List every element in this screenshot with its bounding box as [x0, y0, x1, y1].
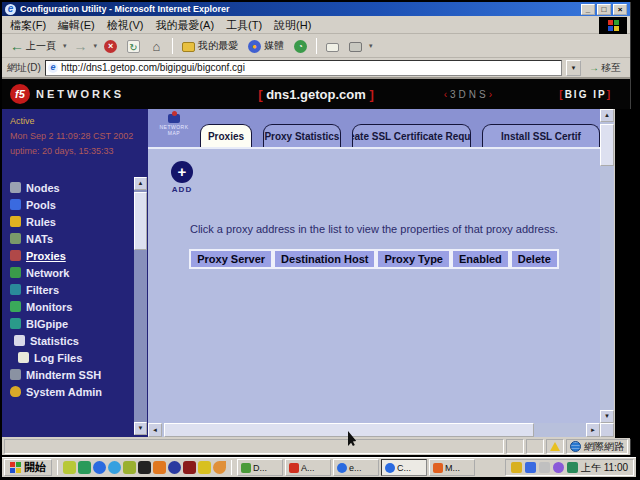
sidebar-scrollbar[interactable]: ▲ ▼ — [134, 177, 147, 435]
sidebar-item-bigpipe[interactable]: BIGpipe — [10, 315, 132, 332]
warning-icon — [550, 442, 560, 451]
hostname: [ dns1.getop.com ] — [2, 87, 630, 102]
close-button[interactable]: × — [613, 4, 627, 15]
sidebar-item-system-admin[interactable]: System Admin — [10, 383, 132, 400]
forward-button[interactable]: → — [71, 39, 90, 54]
status-message-pane — [4, 439, 504, 454]
edit-dropdown-icon[interactable]: ▾ — [369, 42, 373, 50]
quicklaunch-icon[interactable] — [123, 461, 136, 474]
menu-favorites[interactable]: 我的最愛(A) — [155, 18, 214, 33]
windows-flag-icon — [10, 462, 21, 473]
sidebar-scroll-thumb[interactable] — [134, 192, 147, 250]
menu-tools[interactable]: 工具(T) — [226, 18, 262, 33]
quicklaunch-icon[interactable] — [183, 461, 196, 474]
tab-create-ssl-certificate-request[interactable]: Create SSL Certificate Request — [352, 124, 471, 147]
network-icon — [10, 267, 21, 278]
task-button[interactable]: M... — [429, 459, 475, 476]
quicklaunch-icon[interactable] — [78, 461, 91, 474]
quicklaunch-icon[interactable] — [108, 461, 121, 474]
quicklaunch-icon[interactable] — [138, 461, 151, 474]
bracket-left: [ — [258, 87, 262, 102]
maximize-button[interactable]: □ — [597, 4, 611, 15]
tray-icon[interactable] — [553, 462, 564, 473]
media-label: 媒體 — [264, 39, 284, 53]
sidebar-item-nats[interactable]: NATs — [10, 230, 132, 247]
favorites-label: 我的最愛 — [198, 39, 238, 53]
refresh-button[interactable]: ↻ — [124, 39, 143, 54]
quicklaunch-icon[interactable] — [168, 461, 181, 474]
menu-view[interactable]: 檢視(V) — [107, 18, 144, 33]
quicklaunch-icon[interactable] — [198, 461, 211, 474]
column-header-delete[interactable]: Delete — [510, 249, 559, 269]
media-button[interactable]: ● 媒體 — [245, 38, 287, 54]
network-map-button[interactable]: NETWORK MAP — [154, 112, 194, 144]
column-header-proxy-type[interactable]: Proxy Type — [376, 249, 451, 269]
tab-bar: NETWORK MAP Proxies Proxy Statistics Cre… — [148, 109, 600, 147]
history-button[interactable]: ◔ — [291, 39, 310, 54]
sidebar-item-nodes[interactable]: Nodes — [10, 179, 132, 196]
ie-throbber — [599, 17, 627, 34]
scroll-down-icon[interactable]: ▼ — [134, 422, 147, 435]
vertical-scroll-thumb[interactable] — [600, 124, 614, 166]
mindterm-ssh-icon — [10, 369, 21, 380]
main-horizontal-scrollbar[interactable]: ◄ ► — [148, 423, 600, 437]
start-button[interactable]: 開始 — [4, 459, 52, 476]
tab-proxy-statistics[interactable]: Proxy Statistics — [263, 124, 341, 147]
menu-help[interactable]: 說明(H) — [274, 18, 311, 33]
sidebar-item-proxies[interactable]: Proxies — [10, 247, 132, 264]
screen-edge — [615, 109, 631, 439]
sidebar-item-mindterm-ssh[interactable]: Mindterm SSH — [10, 366, 132, 383]
task-button[interactable]: e... — [333, 459, 379, 476]
main-vertical-scrollbar[interactable]: ▲ ▼ — [600, 109, 614, 423]
task-button[interactable]: D... — [237, 459, 283, 476]
back-button[interactable]: ← 上一頁 — [7, 38, 59, 54]
tab-proxies[interactable]: Proxies — [200, 124, 252, 147]
sidebar-item-network[interactable]: Network — [10, 264, 132, 281]
scroll-right-icon[interactable]: ► — [586, 423, 600, 437]
system-status: Active Mon Sep 2 11:09:28 CST 2002 uptim… — [2, 109, 148, 159]
column-header-destination-host[interactable]: Destination Host — [273, 249, 376, 269]
product-bigip: [BIG IP] — [559, 89, 612, 100]
sidebar-nav: Nodes Pools Rules NATs Proxies Network F… — [10, 179, 132, 400]
home-button[interactable]: ⌂ — [147, 39, 166, 54]
address-input[interactable]: e http://dns1.getop.com/bigipgui/bigconf… — [45, 60, 562, 76]
task-button[interactable]: A... — [285, 459, 331, 476]
sidebar-item-pools[interactable]: Pools — [10, 196, 132, 213]
tray-icon[interactable] — [539, 462, 550, 473]
scroll-up-icon[interactable]: ▲ — [600, 109, 614, 122]
scroll-left-icon[interactable]: ◄ — [148, 423, 162, 437]
sidebar-item-filters[interactable]: Filters — [10, 281, 132, 298]
quicklaunch-icon[interactable] — [153, 461, 166, 474]
quicklaunch-icon[interactable] — [93, 461, 106, 474]
print-button[interactable] — [346, 39, 365, 53]
column-header-proxy-server[interactable]: Proxy Server — [189, 249, 273, 269]
scroll-down-icon[interactable]: ▼ — [600, 410, 614, 423]
tray-icon[interactable] — [525, 462, 536, 473]
tray-icon[interactable] — [567, 462, 578, 473]
menu-edit[interactable]: 編輯(E) — [58, 18, 95, 33]
menu-file[interactable]: 檔案(F) — [10, 18, 46, 33]
bigpipe-icon — [10, 318, 21, 329]
go-button[interactable]: → 移至 — [585, 61, 625, 75]
sidebar-item-monitors[interactable]: Monitors — [10, 298, 132, 315]
quicklaunch-icon[interactable] — [213, 461, 226, 474]
sidebar-item-log-files[interactable]: Log Files — [18, 349, 132, 366]
forward-dropdown-icon[interactable]: ▾ — [94, 42, 98, 50]
add-plus-icon: + — [171, 161, 193, 183]
status-state: Active — [10, 114, 148, 129]
favorites-button[interactable]: 我的最愛 — [179, 38, 241, 54]
add-button[interactable]: + ADD — [168, 161, 196, 194]
minimize-button[interactable]: _ — [581, 4, 595, 15]
scroll-up-icon[interactable]: ▲ — [134, 177, 147, 190]
tray-icon[interactable] — [511, 462, 522, 473]
column-header-enabled[interactable]: Enabled — [451, 249, 510, 269]
mail-button[interactable] — [323, 40, 342, 53]
tab-install-ssl-certificate[interactable]: Install SSL Certif — [482, 124, 600, 147]
stop-button[interactable]: × — [101, 39, 120, 54]
sidebar-item-statistics[interactable]: Statistics — [14, 332, 132, 349]
quicklaunch-icon[interactable] — [63, 461, 76, 474]
sidebar-item-rules[interactable]: Rules — [10, 213, 132, 230]
back-dropdown-icon[interactable]: ▾ — [63, 42, 67, 50]
address-dropdown-button[interactable]: ▼ — [566, 60, 581, 76]
task-button-active[interactable]: C... — [381, 459, 427, 476]
